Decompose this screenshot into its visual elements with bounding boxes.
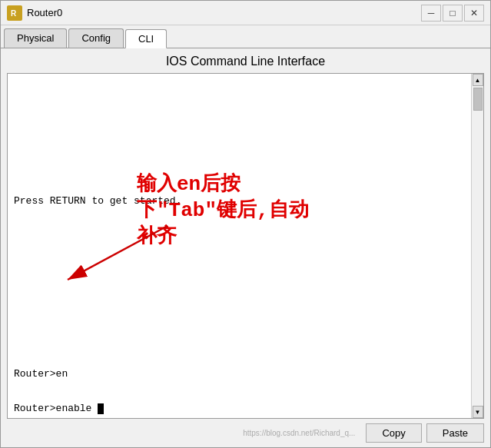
footer-url: https://blog.csdn.net/Richard_q... xyxy=(7,429,361,437)
terminal-line-5 xyxy=(14,264,465,276)
arrow-svg xyxy=(45,218,214,372)
svg-text:R: R xyxy=(11,9,17,18)
tab-physical[interactable]: Physical xyxy=(4,28,67,48)
terminal-line-8: Router>en xyxy=(14,368,465,380)
terminal-wrapper: Press RETURN to get started. Router>en R… xyxy=(7,73,484,419)
copy-button[interactable]: Copy xyxy=(366,423,421,443)
terminal-line-4 xyxy=(14,230,465,241)
terminal-line-9: Router>enable xyxy=(14,403,465,414)
terminal-line-7 xyxy=(14,334,465,345)
scrollbar-down[interactable]: ▼ xyxy=(473,406,483,418)
paste-button[interactable]: Paste xyxy=(426,423,484,443)
title-bar: R Router0 ─ □ ✕ xyxy=(1,1,490,25)
cursor xyxy=(98,403,104,414)
main-window: R Router0 ─ □ ✕ Physical Config CLI IOS … xyxy=(0,0,491,448)
bottom-bar: https://blog.csdn.net/Richard_q... Copy … xyxy=(1,419,490,447)
maximize-button[interactable]: □ xyxy=(443,5,463,22)
terminal-line-1 xyxy=(14,126,465,138)
scrollbar-up[interactable]: ▲ xyxy=(473,74,483,86)
minimize-button[interactable]: ─ xyxy=(421,5,441,22)
page-title: IOS Command Line Interface xyxy=(1,48,490,73)
terminal-line-2 xyxy=(14,161,465,172)
app-icon: R xyxy=(7,5,22,21)
tab-config[interactable]: Config xyxy=(68,28,124,48)
cli-area: Press RETURN to get started. Router>en R… xyxy=(1,73,490,419)
tab-cli[interactable]: CLI xyxy=(125,29,167,48)
window-title: Router0 xyxy=(27,7,421,18)
scrollbar: ▲ ▼ xyxy=(471,74,483,418)
close-button[interactable]: ✕ xyxy=(464,5,484,22)
window-controls: ─ □ ✕ xyxy=(421,5,484,22)
terminal-line-3: Press RETURN to get started. xyxy=(14,195,465,207)
tab-bar: Physical Config CLI xyxy=(1,25,490,48)
scrollbar-thumb[interactable] xyxy=(473,88,483,111)
terminal-line-6 xyxy=(14,299,465,310)
terminal[interactable]: Press RETURN to get started. Router>en R… xyxy=(8,74,471,418)
